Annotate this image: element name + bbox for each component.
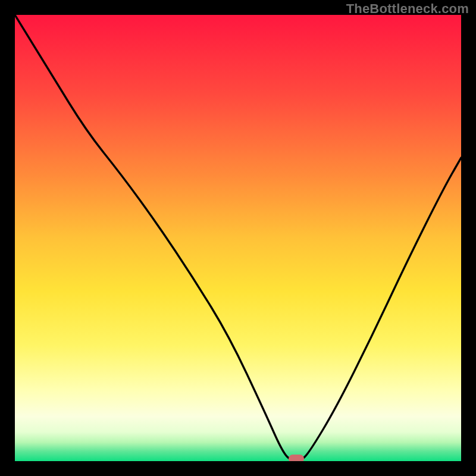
plot-area xyxy=(15,15,461,461)
chart-frame: TheBottleneck.com xyxy=(0,0,476,476)
optimal-marker xyxy=(289,455,304,461)
watermark-label: TheBottleneck.com xyxy=(346,1,469,17)
bottleneck-curve xyxy=(15,15,461,461)
